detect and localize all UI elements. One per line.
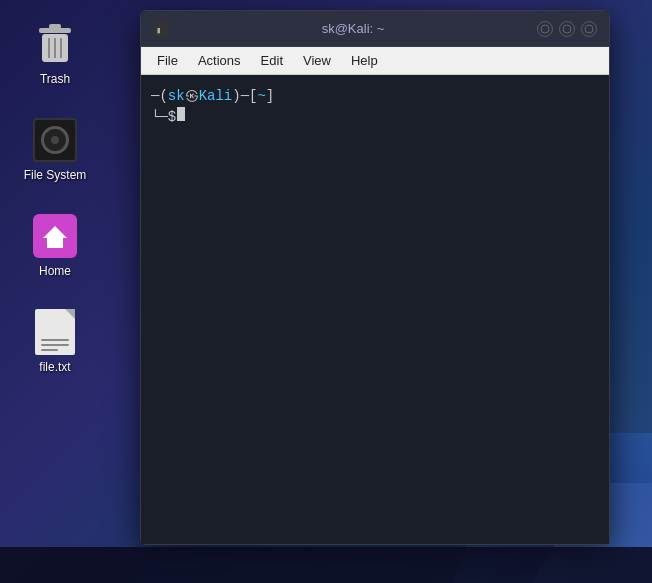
menu-edit[interactable]: Edit [253, 51, 291, 70]
filetxt-label: file.txt [39, 360, 70, 374]
close-button[interactable] [581, 21, 597, 37]
svg-rect-1 [49, 24, 61, 29]
prompt-newline-prefix: └─ [151, 108, 168, 128]
filesys-icon-box [33, 118, 77, 162]
close-icon [584, 24, 594, 34]
filesystem-label: File System [24, 168, 87, 182]
minimize-button[interactable] [537, 21, 553, 37]
trash-label: Trash [40, 72, 70, 86]
svg-point-9 [541, 25, 549, 33]
filesys-dot [51, 136, 59, 144]
trash-icon-image [31, 20, 79, 68]
svg-text:▮: ▮ [156, 25, 161, 35]
svg-point-11 [585, 25, 593, 33]
maximize-icon [562, 24, 572, 34]
home-svg [41, 222, 69, 250]
maximize-button[interactable] [559, 21, 575, 37]
cursor [177, 107, 185, 121]
prompt-bracket-open: ─( [151, 87, 168, 107]
prompt-at-symbol: ㉿ [185, 87, 199, 107]
home-icon[interactable]: Home [20, 212, 90, 278]
terminal-window: ▮ sk@Kali: ~ File [140, 10, 610, 545]
desktop-icons: Trash File System Home [20, 20, 90, 374]
prompt-dir-close: ] [266, 87, 274, 107]
title-bar: ▮ sk@Kali: ~ [141, 11, 609, 47]
prompt-user: sk [168, 87, 185, 107]
file-line-3 [41, 349, 58, 351]
terminal-title: sk@Kali: ~ [169, 21, 537, 36]
svg-marker-6 [43, 226, 67, 248]
file-icon-shape [35, 309, 75, 355]
prompt-line-2: └─$ [151, 107, 599, 128]
terminal-small-svg: ▮ [155, 23, 167, 35]
svg-point-10 [563, 25, 571, 33]
prompt-line-1: ─(sk㉿Kali)─[~] [151, 87, 599, 107]
terminal-icon-small: ▮ [153, 21, 169, 37]
terminal-content[interactable]: ─(sk㉿Kali)─[~] └─$ [141, 75, 609, 544]
file-line-1 [41, 339, 69, 341]
window-controls [537, 21, 597, 37]
trash-svg [35, 22, 75, 66]
filesystem-icon-image [31, 116, 79, 164]
filesys-inner-circle [41, 126, 69, 154]
taskbar [0, 547, 652, 583]
home-label: Home [39, 264, 71, 278]
menu-bar: File Actions Edit View Help [141, 47, 609, 75]
trash-icon[interactable]: Trash [20, 20, 90, 86]
menu-view[interactable]: View [295, 51, 339, 70]
menu-help[interactable]: Help [343, 51, 386, 70]
home-icon-box [33, 214, 77, 258]
home-icon-image [31, 212, 79, 260]
filetxt-icon[interactable]: file.txt [20, 308, 90, 374]
prompt-host: Kali [199, 87, 233, 107]
title-bar-left: ▮ [153, 21, 169, 37]
prompt-bracket-close: )─[ [232, 87, 257, 107]
menu-file[interactable]: File [149, 51, 186, 70]
filesystem-icon[interactable]: File System [20, 116, 90, 182]
prompt-dir: ~ [257, 87, 265, 107]
filetxt-icon-image [31, 308, 79, 356]
prompt-dollar: $ [168, 108, 176, 128]
minimize-icon [540, 24, 550, 34]
menu-actions[interactable]: Actions [190, 51, 249, 70]
file-line-2 [41, 344, 69, 346]
file-lines [41, 339, 69, 351]
